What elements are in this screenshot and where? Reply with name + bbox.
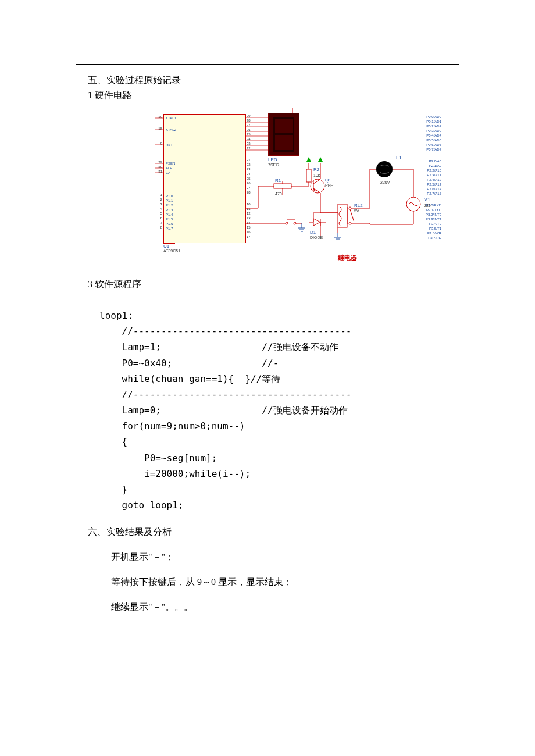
svg-point-67 [349,207,351,209]
svg-marker-52 [313,219,320,226]
svg-text:10k: 10k [313,173,320,177]
svg-point-26 [286,222,288,224]
svg-text:V1: V1 [424,197,430,202]
svg-rect-17 [274,184,291,188]
code-line: i=20000;while(i--); [144,468,251,479]
svg-text:D1: D1 [310,230,316,235]
svg-text:470: 470 [275,192,282,196]
code-line: goto loop1; [122,500,184,511]
section-5-sub3: 3 软件源程序 [88,277,447,292]
code-line: { [122,436,128,447]
schematic-wires: R1 470 R2 10k [140,108,443,265]
code-line: Lamp=0; [122,405,161,416]
svg-text:R2: R2 [313,167,320,172]
section-5-sub1: 1 硬件电路 [88,88,447,103]
code-comment: //强电设备不动作 [262,341,338,352]
section-5-title: 五、实验过程原始记录 [88,73,447,88]
code-line: while(chuan_gan==1){ }//等待 [122,373,281,384]
svg-text:DIODE: DIODE [310,236,323,240]
svg-text:Q1: Q1 [325,177,331,183]
relay-label: 继电器 [338,254,357,262]
analysis-line: 开机显示"－"； [88,549,447,565]
code-line: } [122,484,128,495]
code-comment: //- [262,358,279,369]
svg-point-72 [376,161,393,177]
code-line: loop1: [99,310,133,321]
svg-text:RL2: RL2 [354,203,363,208]
code-line: //--------------------------------------… [122,326,352,337]
chip-ref: U1 [163,243,175,249]
code-line: P0=~seg[num]; [144,452,217,463]
code-line: P0=~0x40; [122,358,173,369]
code-line: //--------------------------------------… [122,389,352,400]
svg-point-68 [349,222,351,224]
code-line: Lamp=1; [122,341,161,352]
circuit-schematic: 19 XTAL1 18 XTAL2 9 RST 29 PSEN 30 ALE 3… [140,108,443,265]
svg-rect-35 [306,169,311,182]
svg-point-27 [294,222,296,224]
svg-text:L1: L1 [396,155,402,161]
svg-text:5V: 5V [354,209,359,213]
svg-text:220: 220 [424,204,431,208]
analysis-line: 继续显示"－"。。。 [88,599,447,615]
svg-text:R1: R1 [275,178,281,183]
analysis-line: 等待按下按键后，从 9～0 显示，显示结束； [88,574,447,590]
chip-part: AT89C51 [163,249,180,253]
svg-marker-47 [318,157,323,162]
svg-text:PNP: PNP [325,183,334,187]
code-block: loop1: //-------------------------------… [88,292,447,513]
svg-marker-39 [306,157,311,162]
svg-text:220V: 220V [380,180,390,184]
svg-line-69 [350,209,354,222]
code-line: for(num=9;num>0;num--) [122,420,245,432]
code-comment: //强电设备开始动作 [262,405,347,416]
section-6-title: 六、实验结果及分析 [88,525,447,540]
document-frame: 五、实验过程原始记录 1 硬件电路 19 XTAL1 18 XTAL2 9 RS… [76,64,459,680]
